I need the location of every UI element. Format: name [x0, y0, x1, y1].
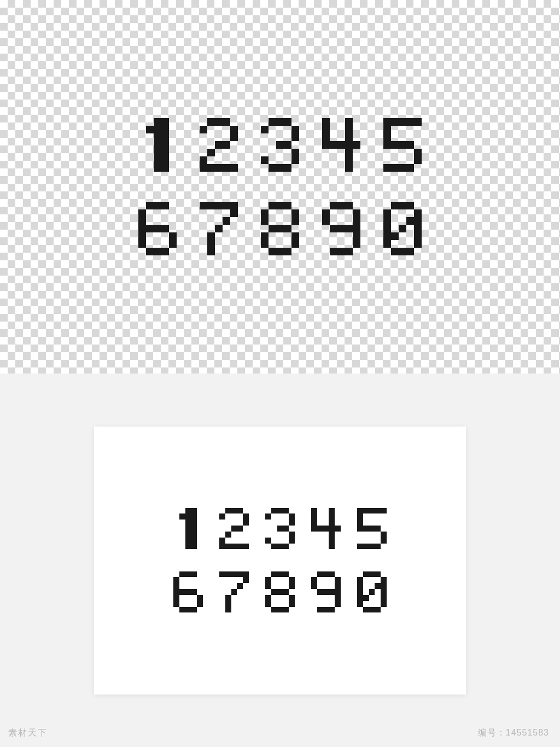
- pixel-digit-9: [311, 571, 341, 613]
- digit-row-1-large: [138, 118, 422, 172]
- thumbnail-preview-area: 素材天下 编号：14551583: [0, 374, 560, 747]
- digit-row-2-small: [173, 571, 387, 613]
- pixel-digit-0: [383, 202, 422, 255]
- pixel-digit-1: [138, 118, 177, 172]
- pixel-digit-6: [138, 202, 177, 255]
- thumbnail-card: [94, 427, 466, 695]
- digit-set-small: [173, 508, 387, 613]
- watermark-id-label: 编号：: [478, 728, 506, 737]
- watermark-id: 编号：14551583: [478, 727, 549, 739]
- pixel-digit-5: [383, 118, 422, 172]
- pixel-digit-2: [219, 508, 249, 550]
- pixel-digit-7: [200, 202, 238, 255]
- pixel-digit-1: [173, 508, 203, 550]
- pixel-digit-9: [322, 202, 360, 255]
- pixel-digit-4: [322, 118, 360, 172]
- pixel-digit-8: [265, 571, 295, 613]
- transparent-preview-area: [0, 0, 560, 374]
- pixel-digit-3: [265, 508, 295, 550]
- pixel-digit-4: [311, 508, 341, 550]
- watermark-id-value: 14551583: [506, 728, 549, 737]
- digit-row-1-small: [173, 508, 387, 550]
- pixel-digit-2: [200, 118, 238, 172]
- pixel-digit-5: [357, 508, 387, 550]
- pixel-digit-3: [261, 118, 299, 172]
- watermark-brand: 素材天下: [8, 727, 48, 739]
- digit-set-large: [138, 118, 422, 255]
- digit-row-2-large: [138, 202, 422, 255]
- pixel-digit-7: [219, 571, 249, 613]
- pixel-digit-0: [357, 571, 387, 613]
- pixel-digit-6: [173, 571, 203, 613]
- pixel-digit-8: [261, 202, 299, 255]
